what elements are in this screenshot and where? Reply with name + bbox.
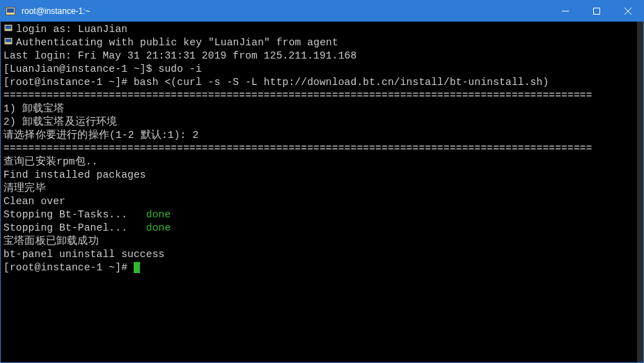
terminal-line: ========================================… bbox=[3, 142, 634, 155]
terminal-line: 2) 卸载宝塔及运行环境 bbox=[3, 116, 634, 129]
terminal-line: 请选择你要进行的操作(1-2 默认:1): 2 bbox=[3, 129, 634, 142]
terminal-line: 1) 卸载宝塔 bbox=[3, 102, 634, 116]
svg-rect-1 bbox=[593, 8, 599, 15]
terminal-line: Authenticating with public key "LuanJian… bbox=[3, 36, 634, 49]
close-button[interactable] bbox=[612, 1, 643, 22]
scrollbar[interactable] bbox=[637, 22, 643, 362]
titlebar[interactable]: root@instance-1:~ bbox=[1, 1, 643, 22]
terminal-line: Find installed packages bbox=[3, 169, 634, 182]
terminal-output[interactable]: login as: LuanJianAuthenticating with pu… bbox=[1, 22, 637, 362]
terminal-line: Last login: Fri May 31 21:31:31 2019 fro… bbox=[3, 49, 634, 63]
maximize-button[interactable] bbox=[581, 1, 612, 22]
terminal-line: 宝塔面板已卸载成功 bbox=[3, 235, 634, 248]
status-done: done bbox=[146, 222, 171, 233]
putty-icon bbox=[5, 6, 16, 17]
window-controls bbox=[549, 1, 643, 22]
terminal-line: [LuanJian@instance-1 ~]$ sudo -i bbox=[3, 63, 634, 76]
window-title: root@instance-1:~ bbox=[20, 6, 549, 16]
terminal-line: Stopping Bt-Tasks... done bbox=[3, 208, 634, 222]
putty-line-icon bbox=[3, 36, 16, 49]
minimize-button[interactable] bbox=[549, 1, 581, 22]
terminal-line: ========================================… bbox=[3, 89, 634, 102]
terminal-line: [root@instance-1 ~]# bash <(curl -s -S -… bbox=[3, 76, 634, 89]
terminal-line: Clean over bbox=[3, 195, 634, 208]
putty-line-icon bbox=[3, 23, 16, 36]
terminal-line: login as: LuanJian bbox=[3, 23, 634, 36]
terminal-line: bt-panel uninstall success bbox=[3, 248, 634, 261]
terminal-line: [root@instance-1 ~]# bbox=[3, 261, 634, 275]
terminal-line: 查询已安装rpm包.. bbox=[3, 155, 634, 169]
status-done: done bbox=[146, 209, 171, 220]
terminal-line: 清理完毕 bbox=[3, 182, 634, 195]
cursor bbox=[134, 262, 140, 273]
terminal-window: root@instance-1:~ login as: LuanJianAuth… bbox=[0, 0, 644, 363]
terminal-line: Stopping Bt-Panel... done bbox=[3, 222, 634, 235]
